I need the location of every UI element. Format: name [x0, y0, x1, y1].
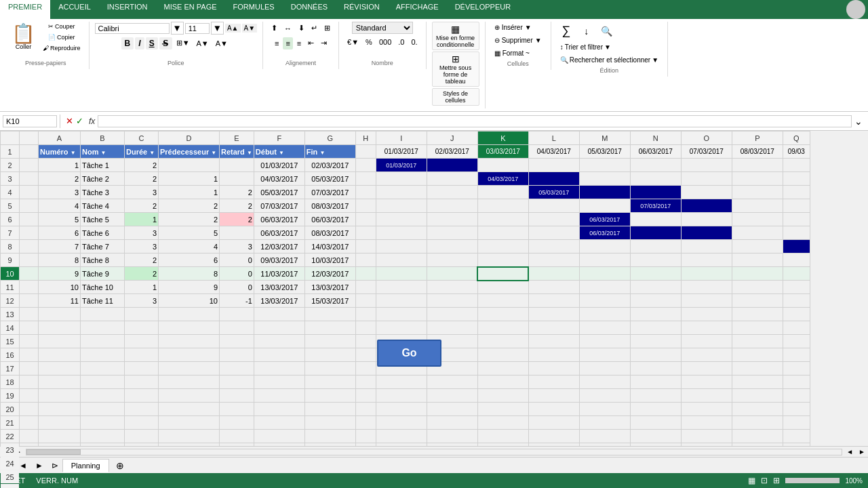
- insert-btn[interactable]: ⊕ Insérer ▼: [491, 22, 535, 33]
- col-header-J[interactable]: J: [427, 131, 477, 145]
- cell-b7[interactable]: Tâche 6: [81, 226, 125, 240]
- row-header-22[interactable]: 22: [1, 430, 20, 443]
- tab-insertion[interactable]: INSERTION: [99, 0, 156, 19]
- cell-b10[interactable]: Tâche 9: [81, 267, 125, 281]
- horizontal-scroll-area[interactable]: ◄ ► ◄ ►: [0, 446, 868, 457]
- cell-c6[interactable]: 1: [125, 213, 159, 226]
- row-header-24[interactable]: 24: [1, 457, 20, 470]
- cell-g9[interactable]: 10/03/2017: [304, 253, 355, 267]
- cell-b8[interactable]: Tâche 7: [81, 240, 125, 253]
- row-header-5[interactable]: 5: [1, 199, 20, 213]
- cell-d6[interactable]: 2: [159, 213, 220, 226]
- align-middle-btn[interactable]: ↔: [281, 22, 294, 35]
- col-header-G[interactable]: G: [304, 131, 355, 145]
- sheet-nav-next[interactable]: ►: [31, 460, 47, 472]
- cell-g4[interactable]: 07/03/2017: [304, 186, 355, 199]
- conditional-format-btn[interactable]: ▦ Mise en forme conditionnelle: [432, 22, 479, 50]
- cell-f6[interactable]: 06/03/2017: [254, 213, 304, 226]
- font-size-dropdown[interactable]: ▼: [211, 22, 224, 35]
- cell-a2[interactable]: 1: [39, 159, 81, 172]
- cell-f12[interactable]: 13/03/2017: [254, 294, 304, 308]
- cell-c12[interactable]: 3: [125, 294, 159, 308]
- row-header-9[interactable]: 9: [1, 253, 20, 267]
- cell-e5[interactable]: 2: [220, 199, 254, 213]
- cell-f5[interactable]: 07/03/2017: [254, 199, 304, 213]
- cell-f7[interactable]: 06/03/2017: [254, 226, 304, 240]
- align-right-btn[interactable]: ≡: [294, 37, 304, 49]
- cancel-formula-icon[interactable]: ✕: [66, 116, 73, 126]
- sheet-add-button[interactable]: ⊕: [112, 459, 128, 472]
- cell-d4[interactable]: 1: [159, 186, 220, 199]
- tab-formules[interactable]: FORMULES: [225, 0, 283, 19]
- cell-c2[interactable]: 2: [125, 159, 159, 172]
- cell-d5[interactable]: 2: [159, 199, 220, 213]
- sort-filter-btn[interactable]: ↕ Trier et filtrer ▼: [557, 41, 614, 53]
- col-header-C[interactable]: C: [125, 131, 159, 145]
- row-header-15[interactable]: 15: [1, 335, 20, 348]
- merge-btn[interactable]: ⊞: [321, 22, 333, 35]
- cell-e2[interactable]: [220, 159, 254, 172]
- cell-d9[interactable]: 6: [159, 253, 220, 267]
- cell-d11[interactable]: 9: [159, 281, 220, 294]
- cell-g2[interactable]: 02/03/2017: [304, 159, 355, 172]
- cell-d7[interactable]: 5: [159, 226, 220, 240]
- col-header-H[interactable]: H: [355, 131, 376, 145]
- scroll-prev-btn[interactable]: ◄: [844, 448, 856, 455]
- sheet-area[interactable]: A B C D E F G H I J K L M N O: [0, 131, 868, 488]
- cell-b5[interactable]: Tâche 4: [81, 199, 125, 213]
- col-header-N[interactable]: N: [630, 131, 681, 145]
- cell-e3[interactable]: [220, 172, 254, 186]
- cell-b3[interactable]: Tâche 2: [81, 172, 125, 186]
- thousands-btn[interactable]: 000: [376, 36, 394, 48]
- paste-button[interactable]: 📋 Coller: [8, 22, 39, 52]
- cell-f3[interactable]: 04/03/2017: [254, 172, 304, 186]
- tab-mise-en-page[interactable]: MISE EN PAGE: [156, 0, 225, 19]
- cell-b6[interactable]: Tâche 5: [81, 213, 125, 226]
- cell-e12[interactable]: -1: [220, 294, 254, 308]
- format-btn[interactable]: ▦ Format ~: [491, 47, 533, 59]
- cell-c8[interactable]: 3: [125, 240, 159, 253]
- align-center-btn[interactable]: ≡: [283, 37, 292, 49]
- cell-d8[interactable]: 4: [159, 240, 220, 253]
- col-header-L[interactable]: L: [528, 131, 579, 145]
- tab-premier[interactable]: PREMIER: [0, 0, 50, 19]
- align-top-btn[interactable]: ⬆: [269, 22, 280, 35]
- fill-color-button[interactable]: A▼: [194, 37, 212, 49]
- increase-font-btn[interactable]: A▲: [225, 24, 241, 33]
- bold-button[interactable]: B: [121, 37, 134, 49]
- cell-a5[interactable]: 4: [39, 199, 81, 213]
- confirm-formula-icon[interactable]: ✓: [76, 116, 83, 126]
- cell-e7[interactable]: [220, 226, 254, 240]
- col-header-E[interactable]: E: [220, 131, 254, 145]
- cell-e11[interactable]: 0: [220, 281, 254, 294]
- cell-c4[interactable]: 3: [125, 186, 159, 199]
- col-header-D[interactable]: D: [159, 131, 220, 145]
- row-header-19[interactable]: 19: [1, 389, 20, 403]
- cell-b11[interactable]: Tâche 10: [81, 281, 125, 294]
- col-header-F[interactable]: F: [254, 131, 304, 145]
- cell-a10[interactable]: 9: [39, 267, 81, 281]
- number-format-select[interactable]: Standard Nombre Monétaire Date courte: [352, 22, 413, 34]
- cell-g8[interactable]: 14/03/2017: [304, 240, 355, 253]
- col-header-B[interactable]: B: [81, 131, 125, 145]
- cell-f9[interactable]: 09/03/2017: [254, 253, 304, 267]
- cell-c7[interactable]: 3: [125, 226, 159, 240]
- italic-button[interactable]: I: [135, 37, 144, 49]
- decrease-decimal-btn[interactable]: 0.: [408, 36, 420, 48]
- sum-btn[interactable]: ∑: [557, 22, 576, 40]
- fill-btn[interactable]: ↓: [577, 24, 596, 39]
- cell-g3[interactable]: 05/03/2017: [304, 172, 355, 186]
- table-format-btn[interactable]: ⊞ Mettre sous forme de tableau: [432, 52, 479, 87]
- cell-e4[interactable]: 2: [220, 186, 254, 199]
- tab-accueil[interactable]: ACCUEIL: [50, 0, 99, 19]
- row-header-11[interactable]: 11: [1, 281, 20, 294]
- underline-button[interactable]: S: [146, 37, 158, 49]
- col-header-I[interactable]: I: [376, 131, 427, 145]
- tab-developpeur[interactable]: DÉVELOPPEUR: [447, 0, 519, 19]
- cell-a3[interactable]: 2: [39, 172, 81, 186]
- cell-g11[interactable]: 13/03/2017: [304, 281, 355, 294]
- cell-styles-btn[interactable]: Styles de cellules: [432, 88, 479, 106]
- zoom-slider[interactable]: [785, 478, 840, 483]
- cell-c3[interactable]: 2: [125, 172, 159, 186]
- align-bottom-btn[interactable]: ⬇: [296, 22, 307, 35]
